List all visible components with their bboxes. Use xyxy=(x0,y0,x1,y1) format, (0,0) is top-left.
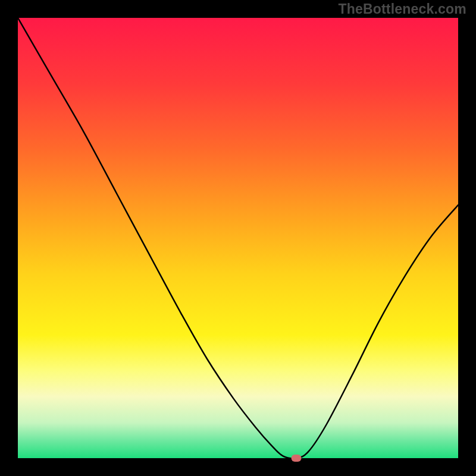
chart-frame: TheBottleneck.com xyxy=(0,0,476,476)
optimum-marker xyxy=(292,455,302,462)
chart-svg xyxy=(18,18,458,458)
watermark-text: TheBottleneck.com xyxy=(338,1,466,17)
gradient-background xyxy=(18,18,458,458)
plot-area xyxy=(18,18,458,458)
